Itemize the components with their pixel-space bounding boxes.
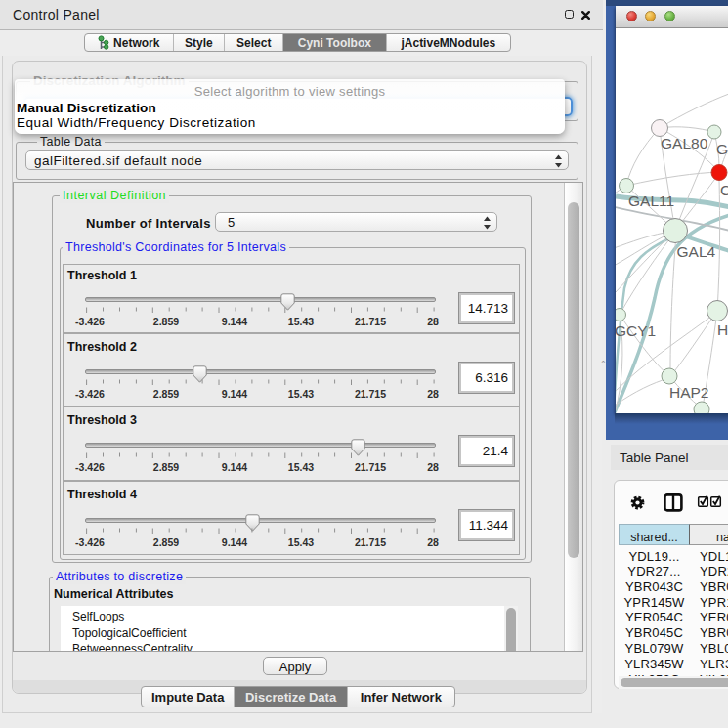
- svg-text:H: H: [717, 321, 728, 338]
- svg-text:GAL4: GAL4: [677, 243, 716, 260]
- svg-text:GA: GA: [716, 141, 728, 157]
- svg-text:GCY1: GCY1: [616, 322, 656, 339]
- svg-text:GAL11: GAL11: [628, 193, 674, 209]
- svg-text:C: C: [720, 182, 728, 198]
- svg-text:GAL80: GAL80: [661, 135, 708, 151]
- svg-text:HAP2: HAP2: [669, 384, 709, 401]
